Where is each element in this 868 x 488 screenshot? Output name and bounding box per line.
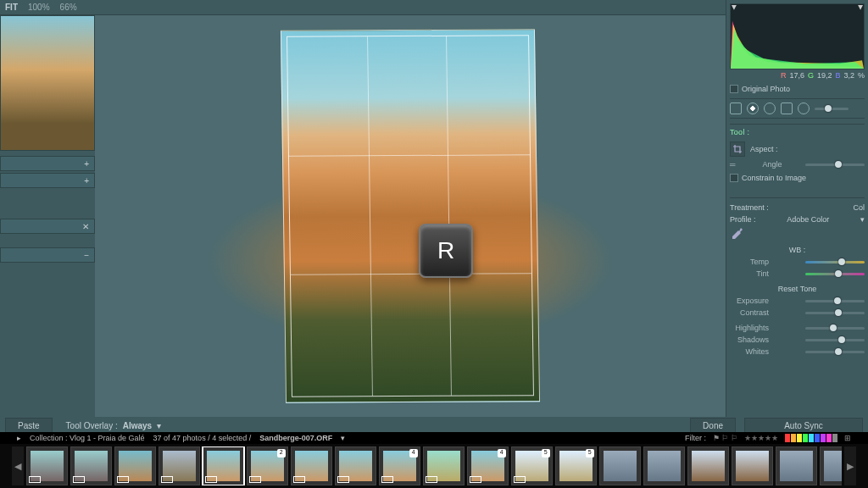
filmstrip-thumb[interactable]: 5 <box>555 446 597 485</box>
treatment-value[interactable]: Col <box>853 203 865 212</box>
color-swatch[interactable] <box>826 434 832 442</box>
exposure-label: Exposure <box>730 297 769 305</box>
tool-section: Tool : Aspect : ═ Angle Constrain to Ima… <box>730 124 865 186</box>
panel-toggle-1[interactable]: + <box>0 156 95 171</box>
level-icon: ═ <box>730 160 745 169</box>
filmstrip-thumb[interactable] <box>114 446 156 485</box>
filmstrip-thumb[interactable] <box>423 446 465 485</box>
highlights-slider[interactable] <box>805 327 865 330</box>
histogram[interactable] <box>730 3 865 69</box>
rating-filter[interactable]: ★★★★★ <box>744 434 778 442</box>
filmstrip-prev[interactable]: ◀ <box>12 446 24 485</box>
exposure-slider[interactable] <box>805 300 865 302</box>
filmstrip-thumb[interactable] <box>732 446 773 485</box>
filmstrip-thumb[interactable]: 4 <box>467 446 509 485</box>
highlights-label: Highlights <box>730 324 769 332</box>
keycap-hint: R <box>419 224 473 278</box>
chevron-down-icon[interactable]: ▾ <box>860 215 865 224</box>
filmstrip-thumb[interactable] <box>776 446 817 485</box>
overlay-value[interactable]: Always <box>123 421 152 430</box>
profile-value[interactable]: Adobe Color <box>787 215 829 224</box>
ratio-circle-icon[interactable] <box>747 103 759 114</box>
filmstrip-thumb[interactable] <box>291 446 332 485</box>
filmstrip-thumb[interactable] <box>70 446 112 485</box>
bottom-toolbar: Paste Tool Overlay : Always ▾ Done Auto … <box>0 417 868 434</box>
tint-slider[interactable] <box>805 273 865 275</box>
angle-row[interactable]: ═ Angle <box>730 158 865 170</box>
filmstrip-thumb[interactable] <box>599 446 641 485</box>
chevron-down-icon[interactable]: ▾ <box>157 421 161 430</box>
treatment-label: Treatment : <box>730 203 769 212</box>
contrast-label: Contrast <box>730 308 769 317</box>
whites-slider[interactable] <box>805 351 865 353</box>
angle-slider[interactable] <box>805 164 865 166</box>
reset-tone[interactable]: Reset Tone <box>778 285 816 293</box>
zoom-66[interactable]: 66% <box>60 3 77 12</box>
filename: Sandberge-007.ORF <box>259 434 332 442</box>
tint-label: Tint <box>730 269 769 278</box>
ratio-rect-icon[interactable] <box>781 103 793 114</box>
color-swatch[interactable] <box>832 434 837 442</box>
temp-label: Temp <box>730 258 769 266</box>
ratio-free-icon[interactable] <box>730 103 742 114</box>
color-swatch[interactable] <box>821 434 826 442</box>
color-swatch[interactable] <box>791 434 796 442</box>
wb-label: WB : <box>789 246 806 254</box>
crop-overlay[interactable] <box>287 35 534 396</box>
color-swatch[interactable] <box>797 434 802 442</box>
profile-label: Profile : <box>730 215 756 224</box>
color-swatch[interactable] <box>785 434 790 442</box>
filmstrip-thumb[interactable] <box>335 446 376 485</box>
constrain-toggle[interactable]: Constrain to Image <box>730 170 865 186</box>
contrast-slider[interactable] <box>805 312 865 314</box>
shadows-label: Shadows <box>730 336 769 344</box>
chevron-right-icon[interactable]: ▸ <box>17 434 21 442</box>
filmstrip-thumb[interactable] <box>203 446 244 485</box>
panel-close[interactable]: ✕ <box>0 219 95 234</box>
filmstrip-thumb[interactable]: 5 <box>511 446 553 485</box>
original-photo-toggle[interactable]: Original Photo <box>730 81 865 97</box>
tool-heading: Tool : <box>730 128 865 136</box>
collection-name[interactable]: Collection : Vlog 1 - Praia de Galé <box>30 434 145 442</box>
aspect-row[interactable]: Aspect : <box>730 140 865 158</box>
switch-icon[interactable]: ⊞ <box>844 434 851 442</box>
svg-marker-1 <box>858 5 863 10</box>
filmstrip-next[interactable]: ▶ <box>844 446 856 485</box>
shadows-slider[interactable] <box>805 339 865 341</box>
temp-slider[interactable] <box>805 261 865 263</box>
crop-tool-icon[interactable] <box>730 141 745 157</box>
ratio-ellipse-icon[interactable] <box>798 103 810 114</box>
photo-count: 37 of 47 photos / 4 selected / <box>153 434 252 442</box>
filmstrip-thumb[interactable] <box>687 446 729 485</box>
flag-filter-icon[interactable]: ⚑ ⚐ ⚐ <box>713 434 737 442</box>
filter-label: Filter : <box>685 434 706 442</box>
zoom-100[interactable]: 100% <box>28 3 50 12</box>
photo[interactable] <box>281 29 540 403</box>
eyedropper-icon[interactable] <box>730 227 743 241</box>
color-filter[interactable] <box>785 434 837 442</box>
filmstrip-thumb[interactable] <box>26 446 68 485</box>
navigator-thumbnail[interactable] <box>0 15 95 151</box>
canvas[interactable]: R <box>95 15 726 417</box>
whites-label: Whites <box>730 347 769 356</box>
color-swatch[interactable] <box>803 434 808 442</box>
ratio-circle2-icon[interactable] <box>764 103 776 114</box>
filmstrip-thumb[interactable] <box>820 446 843 485</box>
left-panel: + + ✕ − <box>0 15 95 417</box>
overlay-opacity[interactable] <box>815 108 849 110</box>
filmstrip-thumb[interactable] <box>643 446 685 485</box>
crop-mode-icons <box>730 98 865 119</box>
panel-collapse[interactable]: − <box>0 247 95 263</box>
color-swatch[interactable] <box>809 434 814 442</box>
panel-toggle-2[interactable]: + <box>0 173 95 188</box>
color-swatch[interactable] <box>815 434 820 442</box>
done-button[interactable]: Done <box>690 418 736 434</box>
filmstrip-thumb[interactable]: 2 <box>247 446 288 485</box>
zoom-fit[interactable]: FIT <box>5 3 18 12</box>
filmstrip-thumb[interactable]: 4 <box>379 446 420 485</box>
paste-button[interactable]: Paste <box>5 418 53 434</box>
status-strip: ▸ Collection : Vlog 1 - Praia de Galé 37… <box>0 432 868 444</box>
filmstrip-thumb[interactable] <box>159 446 200 485</box>
right-panel: R17,6 G19,2 B3,2 % Original Photo Tool :… <box>726 0 868 417</box>
auto-sync-button[interactable]: Auto Sync <box>744 418 863 434</box>
